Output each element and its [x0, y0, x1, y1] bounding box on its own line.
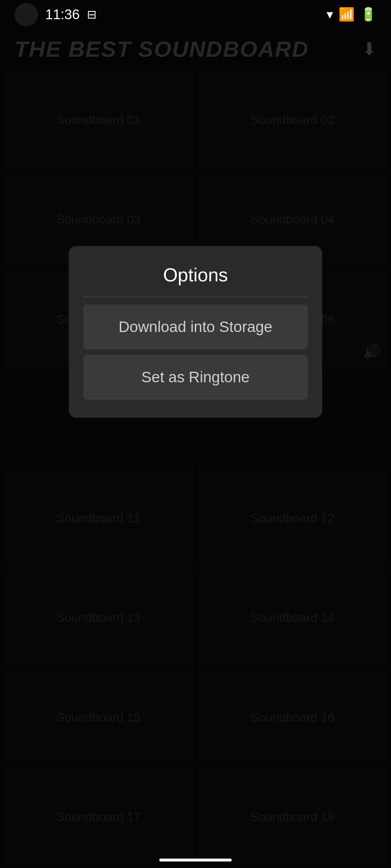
status-circle: [14, 3, 38, 26]
status-bar: 11:36 ⊟ ▾ 📶 🔋: [0, 0, 391, 29]
set-ringtone-button[interactable]: Set as Ringtone: [83, 355, 308, 400]
notification-icon: ⊟: [87, 8, 97, 21]
options-title: Options: [83, 264, 308, 286]
download-storage-button[interactable]: Download into Storage: [83, 305, 308, 349]
signal-icon: 📶: [339, 7, 355, 22]
status-time: 11:36: [45, 7, 80, 22]
options-divider: [83, 297, 308, 297]
modal-dim-overlay[interactable]: [0, 0, 391, 868]
options-modal: Options Download into Storage Set as Rin…: [69, 246, 322, 418]
wifi-icon: ▾: [327, 7, 333, 22]
battery-icon: 🔋: [360, 7, 377, 22]
status-bar-left: 11:36 ⊟: [14, 3, 97, 26]
status-bar-right: ▾ 📶 🔋: [327, 7, 377, 22]
home-indicator: [159, 859, 232, 861]
